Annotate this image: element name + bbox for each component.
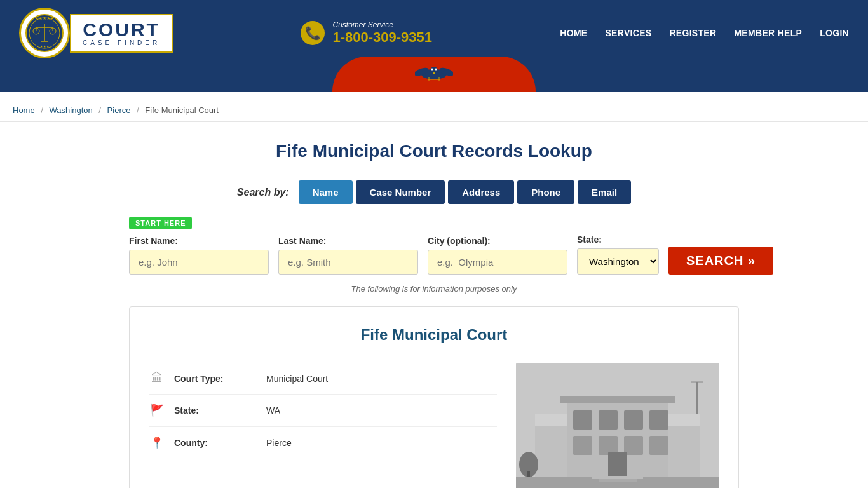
city-input[interactable] — [428, 250, 567, 274]
breadcrumb-sep-3: / — [137, 105, 139, 115]
breadcrumb-sep-1: / — [41, 105, 43, 115]
breadcrumb: Home / Washington / Pierce / Fife Munici… — [0, 99, 868, 122]
county-icon: 📍 — [149, 436, 165, 450]
svg-rect-28 — [649, 410, 668, 430]
svg-rect-42 — [599, 479, 637, 482]
nav-member-help[interactable]: MEMBER HELP — [734, 28, 802, 38]
court-seal-icon: ★★★★★ ★ ★ ★ — [25, 13, 64, 53]
logo-finder-text: CASE FINDER — [83, 39, 160, 46]
first-name-label: First Name: — [129, 236, 269, 246]
cs-label: Customer Service — [332, 20, 432, 29]
last-name-group: Last Name: — [278, 236, 418, 274]
svg-rect-25 — [573, 410, 592, 430]
logo-court-text: COURT — [83, 20, 160, 39]
state-label-detail: State: — [174, 405, 257, 416]
city-group: City (optional): — [428, 236, 567, 274]
cs-info: Customer Service 1-800-309-9351 — [332, 20, 432, 46]
search-form-section: START HERE First Name: Last Name: City (… — [129, 217, 739, 294]
nav-login[interactable]: LOGIN — [820, 28, 849, 38]
start-here-badge: START HERE — [129, 217, 192, 229]
white-divider — [0, 92, 868, 99]
svg-point-16 — [435, 69, 437, 71]
court-info-layout: 🏛 Court Type: Municipal Court 🚩 State: W… — [149, 363, 719, 488]
breadcrumb-state[interactable]: Washington — [50, 105, 93, 115]
svg-rect-35 — [535, 426, 567, 477]
cs-phone: 1-800-309-9351 — [332, 29, 432, 46]
state-select[interactable]: Washington Alabama Alaska Arizona Arkans… — [577, 248, 659, 274]
info-note: The following is for information purpose… — [129, 284, 739, 294]
court-image — [516, 363, 719, 488]
breadcrumb-home[interactable]: Home — [13, 105, 35, 115]
tab-name[interactable]: Name — [299, 180, 353, 204]
state-row: 🚩 State: WA — [149, 395, 497, 427]
search-button[interactable]: SEARCH » — [668, 247, 773, 274]
state-flag-icon: 🚩 — [149, 403, 165, 417]
state-label: State: — [577, 234, 659, 245]
customer-service: 📞 Customer Service 1-800-309-9351 — [301, 20, 432, 46]
eagle-icon — [415, 63, 453, 85]
search-form-row: First Name: Last Name: City (optional): … — [129, 234, 739, 274]
svg-rect-33 — [608, 452, 627, 477]
logo-text-box: COURT CASE FINDER — [70, 14, 173, 53]
svg-rect-41 — [592, 476, 643, 479]
search-by-label: Search by: — [237, 187, 289, 198]
state-value: WA — [266, 405, 280, 416]
city-label: City (optional): — [428, 236, 567, 246]
arch-banner: ★ ★ ★ ★ ★ ★ — [0, 66, 868, 92]
court-building-svg — [516, 363, 719, 488]
breadcrumb-county[interactable]: Pierce — [107, 105, 131, 115]
breadcrumb-current: Fife Municipal Court — [145, 105, 219, 115]
county-row: 📍 County: Pierce — [149, 427, 497, 459]
last-name-input[interactable] — [278, 250, 418, 274]
svg-rect-29 — [573, 436, 592, 455]
logo-brand: ★★★★★ ★ ★ ★ COURT CASE FINDER — [19, 8, 173, 58]
svg-rect-40 — [527, 471, 530, 477]
svg-text:★★★★★: ★★★★★ — [35, 16, 54, 20]
tab-email[interactable]: Email — [578, 180, 631, 204]
tab-phone[interactable]: Phone — [517, 180, 574, 204]
main-content: Fife Municipal Court Records Lookup Sear… — [116, 141, 752, 488]
nav-register[interactable]: REGISTER — [669, 28, 716, 38]
phone-icon: 📞 — [301, 21, 325, 45]
state-group: State: Washington Alabama Alaska Arizona… — [577, 234, 659, 274]
court-type-value: Municipal Court — [266, 374, 328, 384]
court-type-row: 🏛 Court Type: Municipal Court — [149, 363, 497, 395]
nav-services[interactable]: SERVICES — [605, 28, 651, 38]
breadcrumb-sep-2: / — [98, 105, 101, 115]
tab-address[interactable]: Address — [448, 180, 514, 204]
county-label: County: — [174, 438, 257, 448]
page-title: Fife Municipal Court Records Lookup — [129, 141, 739, 161]
county-value: Pierce — [266, 438, 292, 448]
svg-rect-27 — [624, 410, 643, 430]
svg-text:★ ★ ★: ★ ★ ★ — [40, 44, 50, 48]
svg-rect-36 — [668, 426, 700, 477]
court-card-title: Fife Municipal Court — [149, 326, 719, 344]
svg-rect-32 — [649, 436, 668, 455]
tab-case-number[interactable]: Case Number — [356, 180, 445, 204]
arch-curve — [332, 57, 536, 92]
building-icon: 🏛 — [149, 372, 165, 385]
first-name-group: First Name: — [129, 236, 269, 274]
search-tabs-row: Search by: Name Case Number Address Phon… — [129, 180, 739, 204]
court-type-label: Court Type: — [174, 374, 257, 384]
last-name-label: Last Name: — [278, 236, 418, 246]
svg-rect-34 — [560, 396, 675, 403]
first-name-input[interactable] — [129, 250, 269, 274]
main-nav: HOME SERVICES REGISTER MEMBER HELP LOGIN — [560, 28, 849, 38]
nav-home[interactable]: HOME — [560, 28, 587, 38]
court-card: Fife Municipal Court 🏛 Court Type: Munic… — [129, 306, 739, 488]
svg-rect-26 — [599, 410, 618, 430]
svg-rect-31 — [624, 436, 643, 455]
svg-point-15 — [431, 69, 433, 71]
court-details: 🏛 Court Type: Municipal Court 🚩 State: W… — [149, 363, 497, 488]
logo-shield: ★★★★★ ★ ★ ★ — [19, 8, 70, 58]
